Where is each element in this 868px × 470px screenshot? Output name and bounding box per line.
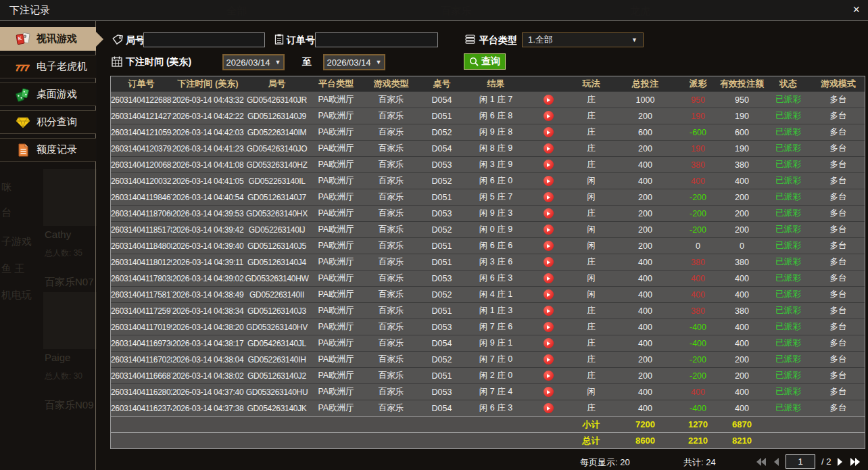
- cell-play-way: 庄: [569, 143, 614, 154]
- next-page-button[interactable]: [837, 457, 844, 467]
- cell-play-way: 庄: [569, 110, 614, 122]
- cell-result: 闲 7 庄 0: [464, 354, 528, 365]
- cell-bet-time: 2026-03-14 04:38:02: [172, 371, 244, 381]
- replay-play-icon[interactable]: [544, 143, 554, 154]
- cell-platform: PA欧洲厅: [310, 321, 362, 333]
- cell-result: 闲 0 庄 9: [464, 224, 528, 235]
- col-header-payout: 派彩: [677, 78, 719, 90]
- cell-game-mode: 多台: [812, 175, 865, 187]
- cell-bet-time: 2026-03-14 04:37:38: [172, 404, 244, 413]
- query-button[interactable]: 查询: [464, 53, 506, 70]
- cell-round-no: GD053263140HX: [244, 209, 310, 218]
- cell-game-mode: 多台: [812, 337, 865, 349]
- cell-game-type: 百家乐: [362, 256, 420, 268]
- table-row: 2603140411848082026-03-14 04:39:40GD0512…: [111, 237, 865, 254]
- cell-total-bet: 200: [614, 112, 677, 121]
- cell-play-way: 闲: [569, 273, 614, 284]
- col-header-game-mode: 游戏模式: [812, 78, 865, 90]
- cell-total-bet: 400: [614, 404, 677, 413]
- clipboard-icon: [273, 33, 285, 45]
- calendar-icon: [111, 55, 123, 68]
- replay-play-icon[interactable]: [544, 127, 554, 137]
- date-from-picker[interactable]: 2026/03/14 ▼: [222, 54, 285, 70]
- cell-game-type: 百家乐: [362, 402, 420, 414]
- col-header-platform: 平台类型: [310, 78, 362, 90]
- table-row: 2603140412105942026-03-14 04:42:03GD0522…: [111, 124, 865, 140]
- table-header-row: 订单号下注时间 (美东)局号平台类型游戏类型桌号结果玩法总投注派彩有效投注额状态…: [111, 76, 865, 91]
- cell-valid-bet: 400: [719, 274, 765, 283]
- replay-play-icon[interactable]: [544, 241, 554, 251]
- cell-game-mode: 多台: [812, 273, 865, 284]
- cell-order-no: 260314041162802: [111, 387, 172, 397]
- cell-game-mode: 多台: [812, 143, 865, 154]
- cell-payout: -200: [677, 193, 719, 202]
- cell-game-mode: 多台: [812, 224, 865, 235]
- date-to-picker[interactable]: 2026/03/14 ▼: [323, 54, 385, 70]
- sidebar-item-video-games[interactable]: 9 K视讯游戏: [0, 27, 96, 51]
- cell-game-mode: 多台: [812, 305, 865, 316]
- svg-text:K: K: [18, 35, 22, 41]
- replay-play-icon[interactable]: [544, 403, 554, 413]
- last-page-button[interactable]: [850, 457, 861, 467]
- first-page-button[interactable]: [756, 457, 767, 467]
- replay-play-icon[interactable]: [544, 225, 554, 235]
- replay-play-icon[interactable]: [544, 192, 554, 202]
- cell-platform: PA欧洲厅: [310, 256, 362, 268]
- cell-valid-bet: 190: [719, 144, 765, 154]
- cell-platform: PA欧洲厅: [310, 126, 362, 138]
- platform-type-select[interactable]: 1.全部 ▼: [522, 32, 644, 47]
- sidebar-item-points-query[interactable]: 积分查询: [0, 110, 96, 134]
- replay-play-icon[interactable]: [544, 387, 554, 397]
- cell-round-no: GD054263140JL: [244, 339, 310, 348]
- sidebar-item-table-games[interactable]: 桌面游戏: [0, 83, 96, 106]
- close-icon[interactable]: ×: [852, 3, 860, 16]
- cell-play-way: 闲: [569, 175, 614, 187]
- cell-valid-bet: 400: [719, 177, 765, 186]
- sidebar-item-credit-records[interactable]: 额度记录: [0, 138, 96, 162]
- sidebar-menu: 9 K视讯游戏 777电子老虎机 桌面游戏 积分查询 额度记录: [0, 27, 96, 166]
- cell-bet-time: 2026-03-14 04:38:04: [172, 355, 244, 365]
- cell-order-no: 260314041198467: [111, 193, 172, 202]
- replay-play-icon[interactable]: [544, 160, 554, 170]
- cell-status: 已派彩: [765, 370, 812, 381]
- replay-play-icon[interactable]: [544, 289, 554, 300]
- cell-order-no: 260314041167028: [111, 355, 172, 365]
- replay-play-icon[interactable]: [544, 322, 554, 332]
- cell-replay: [528, 403, 569, 413]
- cell-platform: PA欧洲厅: [310, 354, 362, 365]
- prev-page-button[interactable]: [773, 457, 779, 467]
- round-no-input[interactable]: [143, 32, 265, 47]
- table-row: 2603140411870662026-03-14 04:39:53GD0532…: [111, 205, 865, 221]
- cell-replay: [528, 338, 569, 348]
- replay-play-icon[interactable]: [544, 338, 554, 348]
- replay-play-icon[interactable]: [544, 273, 554, 283]
- cell-round-no: GD051263140J5: [244, 241, 310, 251]
- replay-play-icon[interactable]: [544, 176, 554, 186]
- replay-play-icon[interactable]: [544, 306, 554, 316]
- order-no-input[interactable]: [315, 32, 438, 47]
- cell-table-no: D051: [420, 258, 464, 267]
- cell-table-no: D053: [420, 323, 464, 332]
- replay-play-icon[interactable]: [544, 111, 554, 121]
- replay-play-icon[interactable]: [544, 208, 554, 218]
- cell-replay: [528, 322, 569, 332]
- cell-replay: [528, 387, 569, 397]
- cell-play-way: 闲: [569, 191, 614, 203]
- cell-payout: -400: [677, 323, 719, 332]
- cell-game-mode: 多台: [812, 94, 865, 105]
- cell-valid-bet: 380: [719, 160, 765, 170]
- cell-status: 已派彩: [765, 143, 812, 154]
- replay-play-icon[interactable]: [544, 371, 554, 381]
- cell-bet-time: 2026-03-14 04:38:17: [172, 339, 244, 348]
- cell-round-no: GD051263140J2: [244, 371, 310, 381]
- cell-bet-time: 2026-03-14 04:43:32: [172, 95, 244, 105]
- replay-play-icon[interactable]: [544, 95, 554, 105]
- sidebar-item-slots[interactable]: 777电子老虎机: [0, 55, 96, 78]
- date-to-value: 2026/03/14: [327, 57, 371, 68]
- replay-play-icon[interactable]: [544, 354, 554, 365]
- cell-valid-bet: 380: [719, 258, 765, 267]
- replay-play-icon[interactable]: [544, 257, 554, 267]
- cell-payout: 380: [677, 160, 719, 170]
- page-number-input[interactable]: [786, 454, 815, 469]
- cell-order-no: 260314041170199: [111, 323, 172, 332]
